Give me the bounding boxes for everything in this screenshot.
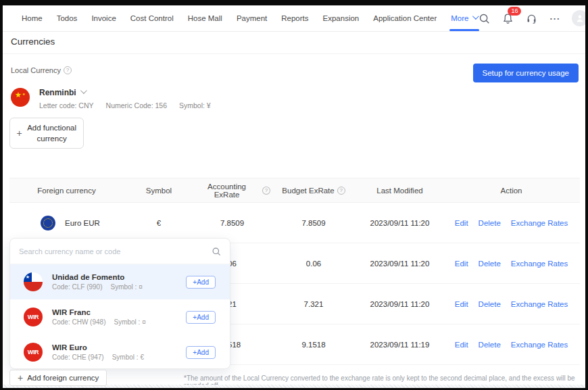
- help-icon[interactable]: ?: [262, 187, 270, 195]
- local-currency-label: Local Currency ?: [11, 66, 72, 74]
- nav-item-application-center[interactable]: Application Center: [373, 5, 437, 31]
- edit-link[interactable]: Edit: [455, 219, 468, 227]
- edit-link[interactable]: Edit: [455, 300, 468, 308]
- edit-link[interactable]: Edit: [455, 341, 468, 349]
- edit-link[interactable]: Edit: [455, 260, 468, 268]
- help-icon[interactable]: ?: [337, 187, 345, 195]
- delete-link[interactable]: Delete: [479, 300, 501, 308]
- nav-item-invoice[interactable]: Invoice: [91, 5, 116, 31]
- currency-search-input[interactable]: [19, 247, 206, 255]
- popup-item-name: WIR Euro: [52, 343, 144, 351]
- popup-item-wir-franc[interactable]: WIR WIR Franc Code: CHW (948) Symbol : ¤…: [10, 299, 230, 335]
- popup-item-unidad-de-fomento[interactable]: ★ Unidad de Fomento Code: CLF (990) Symb…: [10, 264, 230, 299]
- local-currency-text: Local Currency: [11, 66, 61, 74]
- col-budget-exrate: Budget ExRate ?: [270, 187, 357, 195]
- delete-link[interactable]: Delete: [479, 219, 501, 227]
- notification-badge: 16: [508, 7, 521, 16]
- china-flag-icon: ★ ★: [11, 88, 30, 107]
- popup-search-row: [10, 239, 230, 264]
- col-symbol: Symbol: [124, 187, 194, 195]
- exchange-rates-link[interactable]: Exchange Rates: [511, 260, 568, 268]
- nav-item-reports[interactable]: Reports: [281, 5, 308, 31]
- app-window: Home Todos Invoice Cost Control Hose Mal…: [3, 5, 585, 388]
- last-modified-cell: 2023/09/11 11:19: [357, 341, 443, 349]
- top-navbar: Home Todos Invoice Cost Control Hose Mal…: [3, 5, 585, 32]
- page-title: Currencies: [11, 36, 55, 47]
- popup-item-detail: Code: CLF (990) Symbol : ¤: [52, 283, 143, 291]
- add-currency-button[interactable]: +Add: [186, 276, 216, 289]
- add-currency-button[interactable]: +Add: [186, 346, 216, 359]
- budget-exrate-cell: 0.06: [270, 260, 357, 268]
- budget-exrate-cell: 7.321: [270, 300, 357, 308]
- chile-flag-icon: ★: [24, 272, 43, 291]
- popup-item-wir-euro[interactable]: WIR WIR Euro Code: CHE (947) Symbol : € …: [10, 335, 230, 369]
- nav-item-payment[interactable]: Payment: [237, 5, 267, 31]
- local-currency-block: ★ ★ Renminbi Letter code: CNY Numeric Co…: [11, 88, 211, 109]
- nav-items: Home Todos Invoice Cost Control Hose Mal…: [22, 5, 477, 31]
- nav-item-home[interactable]: Home: [22, 5, 43, 31]
- nav-more-label: More: [451, 14, 468, 22]
- notifications-bell-icon[interactable]: 16: [501, 11, 514, 25]
- more-options-icon[interactable]: ···: [548, 11, 562, 25]
- add-currency-button[interactable]: +Add: [186, 311, 216, 324]
- add-functional-currency-button[interactable]: + Add functional currency: [9, 118, 84, 149]
- col-action: Action: [443, 187, 580, 195]
- wir-logo-icon: WIR: [24, 343, 43, 362]
- nav-item-todos[interactable]: Todos: [57, 5, 78, 31]
- local-currency-name-row[interactable]: Renminbi: [39, 88, 211, 97]
- currency-symbol: Symbol: ¥: [179, 101, 211, 109]
- nav-item-expansion[interactable]: Expansion: [323, 5, 360, 31]
- budget-exrate-cell: 7.8509: [270, 219, 357, 227]
- action-cell: Edit Delete Exchange Rates: [443, 219, 580, 227]
- avatar[interactable]: [572, 10, 585, 26]
- nav-item-cost-control[interactable]: Cost Control: [130, 5, 174, 31]
- action-cell: Edit Delete Exchange Rates: [443, 300, 580, 308]
- exchange-rates-link[interactable]: Exchange Rates: [511, 219, 568, 227]
- active-tab-indicator: [449, 29, 479, 31]
- action-cell: Edit Delete Exchange Rates: [443, 260, 580, 268]
- currency-name: Euro EUR: [65, 219, 100, 227]
- delete-link[interactable]: Delete: [479, 260, 501, 268]
- add-foreign-label: Add foreign currency: [27, 374, 99, 382]
- col-accounting-exrate: Accounting ExRate ?: [194, 182, 270, 199]
- chevron-down-icon: [80, 87, 87, 94]
- last-modified-cell: 2023/09/11 11:20: [357, 300, 443, 308]
- local-currency-name: Renminbi: [39, 88, 76, 97]
- nav-right-icons: 16 ···: [477, 10, 585, 26]
- budget-exrate-cell: 9.1518: [270, 341, 357, 349]
- col-foreign-currency: Foreign currency: [9, 187, 124, 195]
- help-icon[interactable]: ?: [64, 66, 72, 74]
- plus-icon: +: [18, 372, 23, 383]
- exchange-rates-link[interactable]: Exchange Rates: [511, 300, 568, 308]
- col-last-modified: Last Modified: [357, 187, 443, 195]
- wir-logo-icon: WIR: [24, 308, 43, 326]
- popup-item-detail: Code: CHE (947) Symbol : €: [52, 354, 144, 361]
- numeric-code: Numeric Code: 156: [106, 101, 167, 109]
- setup-currency-usage-button[interactable]: Setup for currency usage: [473, 64, 579, 82]
- currency-cell: Euro EUR: [9, 216, 124, 230]
- header-divider: [3, 53, 585, 54]
- symbol-cell: €: [124, 219, 194, 227]
- search-icon[interactable]: [477, 11, 491, 25]
- popup-item-name: WIR Franc: [52, 308, 146, 316]
- accounting-exrate-cell: 7.8509: [194, 219, 270, 227]
- plus-icon: +: [16, 128, 22, 139]
- add-foreign-currency-button[interactable]: + Add foreign currency: [9, 370, 107, 386]
- letter-code: Letter code: CNY: [39, 101, 94, 109]
- last-modified-cell: 2023/09/11 11:20: [357, 219, 443, 227]
- nav-item-hose-mall[interactable]: Hose Mall: [188, 5, 222, 31]
- support-headset-icon[interactable]: [524, 11, 538, 25]
- screen-frame: Home Todos Invoice Cost Control Hose Mal…: [0, 0, 588, 390]
- currency-search-popup: ★ Unidad de Fomento Code: CLF (990) Symb…: [9, 238, 230, 369]
- add-functional-label: Add functional currency: [27, 122, 77, 144]
- search-icon: [212, 247, 221, 256]
- last-modified-cell: 2023/09/11 11:20: [357, 260, 443, 268]
- popup-item-name: Unidad de Fomento: [52, 273, 143, 281]
- delete-link[interactable]: Delete: [479, 341, 501, 349]
- nav-item-more[interactable]: More: [451, 5, 477, 31]
- eu-flag-icon: [41, 216, 55, 230]
- table-header-row: Foreign currency Symbol Accounting ExRat…: [9, 178, 580, 203]
- exchange-rates-link[interactable]: Exchange Rates: [511, 341, 568, 349]
- table-row: Euro EUR € 7.8509 7.8509 2023/09/11 11:2…: [9, 203, 580, 243]
- action-cell: Edit Delete Exchange Rates: [443, 341, 580, 349]
